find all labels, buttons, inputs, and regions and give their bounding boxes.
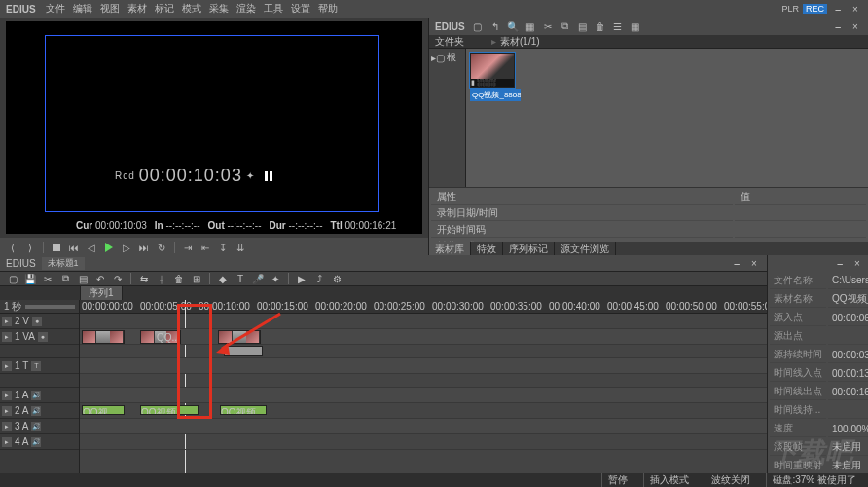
timeline-tracks[interactable]: 00:00:00:00 00:00:05:00 00:00:10:00 00:0… [80, 300, 767, 487]
bin-search-icon[interactable]: 🔍 [506, 19, 520, 33]
fast-fwd-icon[interactable]: ⏭ [137, 241, 151, 254]
status-disk: 磁盘:37% 被使用了 [766, 473, 862, 487]
save-icon[interactable]: 💾 [23, 272, 37, 285]
tl-close-icon[interactable]: × [747, 257, 761, 269]
stop-icon[interactable] [50, 241, 63, 254]
app-brand: EDIUS [6, 4, 36, 15]
next-frame-icon[interactable]: ▷ [120, 241, 133, 254]
overwrite-icon[interactable]: ⇊ [234, 241, 247, 254]
info-close-icon[interactable]: × [850, 257, 864, 269]
fx-icon[interactable]: ✦ [269, 272, 282, 285]
set-in-icon[interactable]: ⟨ [6, 241, 19, 254]
new-seq-icon[interactable]: ▢ [6, 272, 19, 285]
track-header-column: 1 秒 ▸2 V● ▸1 VA● ▸1 TT ▸1 A🔊 ▸2 A🔊 ▸3 A🔊… [0, 300, 80, 487]
close-icon[interactable]: × [849, 3, 862, 15]
menu-mode[interactable]: 模式 [182, 2, 201, 16]
set-out-icon[interactable]: ⟩ [23, 241, 37, 254]
watermark: 下载吧 [771, 434, 852, 471]
export-icon[interactable]: ⤴ [312, 272, 326, 285]
tab-bin[interactable]: 素材库 [429, 242, 471, 255]
sequence-tab[interactable]: 序列1 [80, 285, 123, 301]
track-header-1va[interactable]: ▸1 VA● [0, 329, 79, 345]
mode-rec-label[interactable]: REC [803, 4, 827, 14]
mark-out-icon[interactable]: ⇤ [199, 241, 212, 254]
track-header-2v[interactable]: ▸2 V● [0, 314, 79, 329]
timeline-audio-clip[interactable]: QQ视频... [82, 405, 125, 415]
redo-icon[interactable]: ↷ [111, 272, 125, 285]
bin-up-icon[interactable]: ↰ [488, 19, 502, 33]
track-header-2a[interactable]: ▸2 A🔊 [0, 403, 79, 419]
marker-icon[interactable]: ◆ [216, 272, 230, 285]
preview-transport: ⟨ ⟩ ⏮ ◁ ▷ ⏭ ↻ ⇥ ⇤ ↧ ⇊ [0, 238, 428, 257]
menu-edit[interactable]: 编辑 [73, 2, 92, 16]
bin-clip[interactable]: ▮ ░░░░ QQ视频_8808f8... [470, 53, 521, 101]
bin-view-icon[interactable]: ▦ [629, 19, 642, 33]
menu-tools[interactable]: 工具 [264, 2, 283, 16]
render-icon[interactable]: ▶ [295, 272, 308, 285]
info-minimize-icon[interactable]: ‒ [833, 257, 847, 269]
track-3a [80, 419, 767, 434]
timeline-clip[interactable]: QQ... [140, 330, 181, 344]
tab-source[interactable]: 源文件浏览 [555, 242, 616, 255]
delete-icon[interactable]: 🗑 [172, 272, 186, 285]
title-icon[interactable]: T [234, 272, 247, 285]
menu-file[interactable]: 文件 [46, 2, 65, 16]
bin-close-icon[interactable]: × [849, 20, 862, 32]
track-4a [80, 434, 767, 450]
timeline-clip[interactable] [82, 330, 125, 344]
copy-icon[interactable]: ⧉ [58, 272, 72, 285]
bin-minimize-icon[interactable]: ‒ [831, 20, 845, 32]
track-header-4a[interactable]: ▸4 A🔊 [0, 434, 79, 450]
menu-help[interactable]: 帮助 [318, 2, 338, 16]
minimize-icon[interactable]: ‒ [831, 3, 845, 15]
timeline-clip[interactable] [218, 330, 261, 344]
timeline-ruler[interactable]: 00:00:00:00 00:00:05:00 00:00:10:00 00:0… [80, 300, 767, 314]
bin-new-icon[interactable]: ▦ [524, 19, 537, 33]
mark-in-icon[interactable]: ⇥ [181, 241, 195, 254]
bin-copy-icon[interactable]: ⧉ [559, 19, 572, 33]
menu-capture[interactable]: 采集 [209, 2, 229, 16]
bin-tabs: 素材库 特效 序列标记 源文件浏览 [429, 242, 868, 255]
menu-render[interactable]: 渲染 [236, 2, 256, 16]
bin-cut-icon[interactable]: ✂ [541, 19, 555, 33]
bin-props-icon[interactable]: ☰ [611, 19, 625, 33]
project-tab[interactable]: 未标题1 [42, 257, 85, 270]
zoom-slider[interactable] [25, 305, 75, 309]
bin-delete-icon[interactable]: 🗑 [594, 19, 607, 33]
track-header-1a[interactable]: ▸1 A🔊 [0, 388, 79, 403]
track-2v [80, 314, 767, 329]
timeline-audio-clip[interactable]: QQ视频_888... [140, 405, 199, 415]
mode-plr-label[interactable]: PLR [781, 4, 799, 14]
bin-paste-icon[interactable]: ▤ [576, 19, 590, 33]
cut-icon[interactable]: ✂ [41, 272, 54, 285]
bin-folder-icon[interactable]: ▢ [471, 19, 485, 33]
insert-icon[interactable]: ↧ [216, 241, 230, 254]
settings-icon[interactable]: ⚙ [330, 272, 344, 285]
menu-marker[interactable]: 标记 [155, 2, 174, 16]
bin-tree[interactable]: ▸▢根 [429, 49, 466, 187]
loop-icon[interactable]: ↻ [155, 241, 168, 254]
menu-clip[interactable]: 素材 [127, 2, 147, 16]
tab-effects[interactable]: 特效 [471, 242, 503, 255]
split-icon[interactable]: ⟊ [155, 272, 168, 285]
menu-view[interactable]: 视图 [100, 2, 120, 16]
rewind-icon[interactable]: ⏮ [67, 241, 81, 254]
svg-rect-0 [53, 244, 60, 251]
timeline-clip-shadow[interactable] [224, 346, 263, 356]
undo-icon[interactable]: ↶ [93, 272, 107, 285]
audio-icon[interactable]: 🎤 [251, 272, 265, 285]
tl-minimize-icon[interactable]: ‒ [730, 257, 743, 269]
menu-settings[interactable]: 设置 [291, 2, 310, 16]
track-header-3a[interactable]: ▸3 A🔊 [0, 419, 79, 434]
paste-icon[interactable]: ▤ [76, 272, 90, 285]
tl-brand: EDIUS [6, 258, 36, 269]
tab-markers[interactable]: 序列标记 [503, 242, 555, 255]
track-2a: QQ视频... QQ视频_888... QQ视频_88... [80, 403, 767, 419]
track-header-1t[interactable]: ▸1 TT [0, 358, 79, 374]
prev-frame-icon[interactable]: ◁ [85, 241, 98, 254]
play-icon[interactable] [102, 241, 116, 254]
group-icon[interactable]: ⊞ [190, 272, 203, 285]
bin-brand: EDIUS [435, 21, 465, 32]
ripple-icon[interactable]: ⇆ [137, 272, 151, 285]
timeline-audio-clip[interactable]: QQ视频_88... [220, 405, 267, 415]
